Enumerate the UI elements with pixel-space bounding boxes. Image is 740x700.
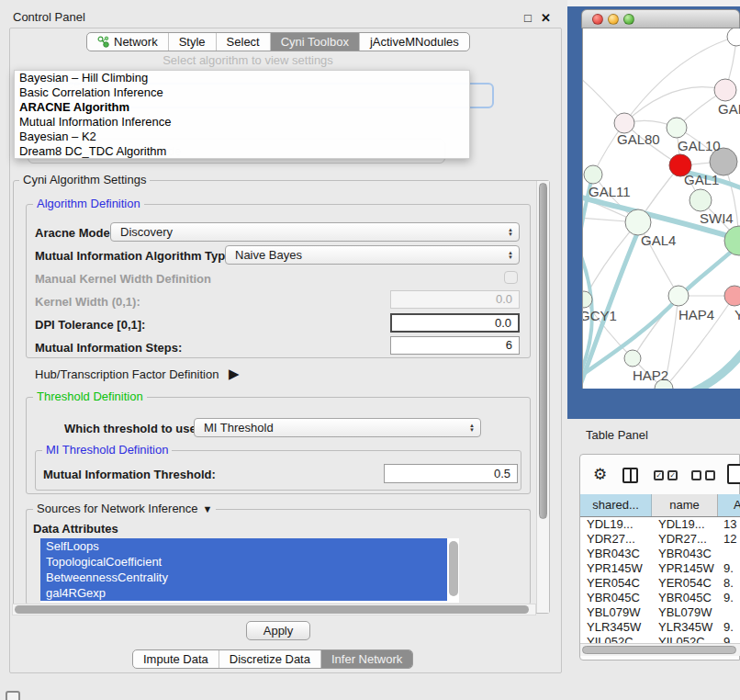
- cell-name[interactable]: YDR27...: [652, 532, 718, 547]
- sources-group-title[interactable]: Sources for Network Inference ▼: [33, 502, 216, 515]
- settings-vertical-scrollbar[interactable]: [536, 181, 549, 613]
- tab-cyni-toolbox[interactable]: Cyni Toolbox: [270, 33, 359, 51]
- cell-shared[interactable]: YBR045C: [580, 591, 652, 605]
- list-item-selfloops[interactable]: SelfLoops: [40, 538, 447, 554]
- list-item-betweennesscentrality[interactable]: BetweennessCentrality: [40, 570, 447, 585]
- network-node-gal10[interactable]: [667, 118, 687, 138]
- cell-shared[interactable]: YDR27...: [580, 532, 652, 547]
- table-row[interactable]: YER054CYER054C8.: [580, 576, 740, 591]
- settings-horizontal-scrollbar[interactable]: [12, 604, 536, 615]
- attributes-list-scrollbar-thumb[interactable]: [449, 541, 458, 596]
- cell-value[interactable]: 9.: [718, 561, 740, 576]
- tab-impute-data[interactable]: Impute Data: [133, 650, 219, 668]
- sources-collapse-arrow-icon[interactable]: ▼: [203, 502, 213, 515]
- cell-value[interactable]: 9.: [718, 591, 740, 605]
- hub-expander-arrow-icon[interactable]: ▶: [229, 366, 240, 382]
- gear-icon[interactable]: ⚙: [593, 465, 607, 484]
- table-row[interactable]: YDR27...YDR27...12: [580, 532, 740, 547]
- network-canvas[interactable]: GAL GAL80 GAL10 GAL1 GAL11 SWI4 GAL4 GCY…: [582, 28, 740, 389]
- dropdown-item-mutual-information[interactable]: Mutual Information Inference: [15, 115, 469, 130]
- mi-type-combobox[interactable]: Naive Bayes ▲▼: [225, 245, 520, 265]
- cell-shared[interactable]: YER054C: [580, 576, 652, 591]
- mi-steps-field[interactable]: 6: [390, 336, 520, 355]
- cell-value[interactable]: 8.: [718, 576, 740, 591]
- cell-shared[interactable]: YDL19...: [580, 517, 652, 532]
- table-horizontal-scrollbar[interactable]: [580, 643, 740, 656]
- network-node-hap2[interactable]: [624, 350, 641, 367]
- select-all-check-icon[interactable]: ✓: [654, 470, 664, 480]
- list-item-topologicalcoefficient[interactable]: TopologicalCoefficient: [40, 554, 447, 570]
- cell-name[interactable]: YIL052C: [652, 635, 718, 643]
- dropdown-item-dream8[interactable]: Dream8 DC_TDC Algorithm: [15, 144, 469, 159]
- window-zoom-icon[interactable]: [623, 14, 634, 25]
- window-minimize-icon[interactable]: [608, 14, 619, 25]
- cell-shared[interactable]: YLR345W: [580, 620, 652, 635]
- cell-value[interactable]: 12: [718, 532, 740, 547]
- cell-shared[interactable]: YIL052C: [580, 635, 652, 643]
- tab-network[interactable]: Network: [87, 33, 168, 51]
- tab-jactivemnodules[interactable]: jActiveMNodules: [359, 33, 469, 51]
- cell-name[interactable]: YER054C: [652, 576, 718, 591]
- collapsed-panel-icon[interactable]: [6, 691, 20, 700]
- dropdown-item-bayesian-hill-climbing[interactable]: Bayesian – Hill Climbing: [15, 71, 469, 85]
- table-row[interactable]: YDL19...YDL19...13: [580, 517, 740, 532]
- cell-name[interactable]: YBR043C: [652, 547, 718, 561]
- column-layout-icon[interactable]: [622, 468, 638, 483]
- dpi-tolerance-field[interactable]: 0.0: [390, 313, 520, 333]
- cell-name[interactable]: YBL079W: [652, 605, 718, 620]
- cell-value[interactable]: 9.: [718, 620, 740, 635]
- network-node-gal4[interactable]: [625, 209, 651, 235]
- table-row[interactable]: YIL052CYIL052C9.: [580, 635, 740, 643]
- window-close-icon[interactable]: [592, 14, 603, 25]
- list-item-gal4rgexp[interactable]: gal4RGexp: [40, 585, 447, 601]
- network-node-hap4[interactable]: [668, 286, 689, 306]
- kernel-width-field[interactable]: 0.0: [390, 290, 520, 309]
- deselect-all-icon-2[interactable]: [705, 470, 715, 480]
- table-row[interactable]: YBL079WYBL079W: [580, 605, 740, 620]
- network-node-gal11[interactable]: [584, 165, 602, 184]
- tab-discretize-data[interactable]: Discretize Data: [219, 650, 320, 668]
- network-node-top[interactable]: [727, 28, 740, 46]
- table-row[interactable]: YBR043CYBR043C: [580, 547, 740, 561]
- dropdown-item-aracne[interactable]: ARACNE Algorithm: [15, 100, 469, 115]
- table-row[interactable]: YBR045CYBR045C9.: [580, 591, 740, 605]
- which-threshold-combobox[interactable]: MI Threshold ▲▼: [194, 418, 481, 437]
- float-window-icon[interactable]: □: [524, 11, 532, 25]
- settings-vscroll-thumb[interactable]: [539, 183, 547, 519]
- aracne-mode-combobox[interactable]: Discovery ▲▼: [110, 222, 520, 242]
- apply-button[interactable]: Apply: [246, 621, 310, 640]
- select-all-check-icon-2[interactable]: ✓: [667, 470, 678, 480]
- manual-kernel-checkbox[interactable]: [504, 271, 518, 284]
- cell-value[interactable]: [718, 547, 740, 561]
- export-table-icon[interactable]: [727, 464, 740, 484]
- cell-name[interactable]: YLR345W: [652, 620, 718, 635]
- network-node-salmon[interactable]: [724, 286, 740, 306]
- tab-select[interactable]: Select: [216, 33, 270, 51]
- network-window-titlebar[interactable]: [581, 9, 740, 28]
- tab-style[interactable]: Style: [168, 33, 216, 51]
- table-row[interactable]: YLR345WYLR345W9.: [580, 620, 740, 635]
- table-row[interactable]: YPR145WYPR145W9.: [580, 561, 740, 576]
- cell-name[interactable]: YPR145W: [652, 561, 718, 576]
- settings-hscroll-thumb[interactable]: [15, 605, 529, 614]
- network-node-gal-partial[interactable]: [714, 79, 736, 101]
- dropdown-item-bayesian-k2[interactable]: Bayesian – K2: [15, 130, 469, 144]
- cell-value[interactable]: 13: [718, 517, 740, 532]
- cell-shared[interactable]: YBL079W: [580, 605, 652, 620]
- cell-value[interactable]: 9.: [718, 635, 740, 643]
- deselect-all-icon[interactable]: [691, 470, 701, 480]
- network-node-green-large[interactable]: [724, 226, 740, 255]
- network-node-swi4[interactable]: [690, 189, 712, 211]
- mi-threshold-field[interactable]: 0.5: [384, 464, 518, 483]
- column-header-name[interactable]: name: [652, 494, 718, 516]
- dropdown-item-basic-correlation[interactable]: Basic Correlation Inference: [15, 85, 469, 100]
- cell-value[interactable]: [718, 605, 740, 620]
- tab-infer-network[interactable]: Infer Network: [320, 650, 412, 668]
- column-header-shared-name[interactable]: shared...: [580, 494, 652, 516]
- table-hscroll-thumb[interactable]: [582, 646, 736, 654]
- cell-name[interactable]: YDL19...: [652, 517, 718, 532]
- close-panel-icon[interactable]: ✕: [541, 11, 551, 25]
- network-node-gal80[interactable]: [614, 113, 634, 133]
- cell-name[interactable]: YBR045C: [652, 591, 718, 605]
- cell-shared[interactable]: YPR145W: [580, 561, 652, 576]
